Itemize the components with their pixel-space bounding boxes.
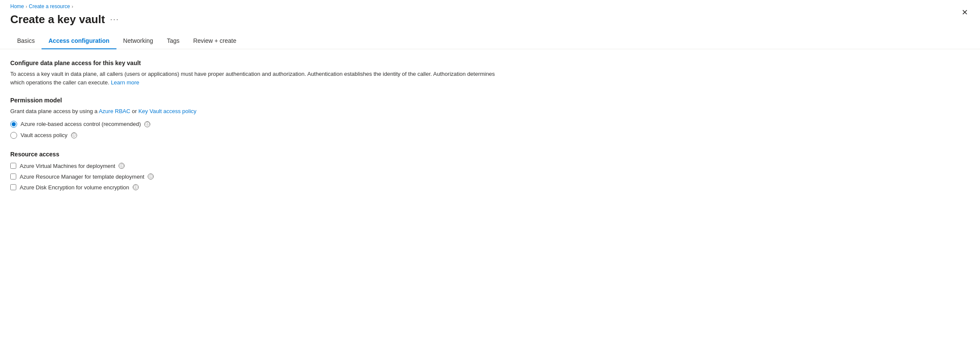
permission-model-title: Permission model [10, 97, 503, 104]
arm-deployment-info-icon[interactable]: ⓘ [148, 173, 154, 179]
resource-access-title: Resource access [10, 151, 503, 158]
radio-item-rbac: Azure role-based access control (recomme… [10, 121, 503, 128]
breadcrumb-separator-1: › [26, 4, 27, 9]
content-area: Configure data plane access for this key… [0, 49, 514, 201]
tabs-container: Basics Access configuration Networking T… [0, 33, 980, 49]
tab-networking[interactable]: Networking [116, 33, 160, 49]
tab-tags[interactable]: Tags [160, 33, 187, 49]
tab-review-create[interactable]: Review + create [186, 33, 243, 49]
breadcrumb-separator-2: › [71, 4, 73, 9]
header-more-options[interactable]: ··· [110, 15, 119, 24]
radio-rbac[interactable] [10, 121, 17, 128]
breadcrumb: Home › Create a resource › [0, 0, 980, 11]
checkbox-item-disk: Azure Disk Encryption for volume encrypt… [10, 184, 503, 191]
checkbox-disk-label: Azure Disk Encryption for volume encrypt… [20, 184, 129, 191]
page-header: Create a key vault ··· [0, 11, 980, 33]
permission-model-description: Grant data plane access by using a Azure… [10, 107, 503, 116]
configure-learn-more-link[interactable]: Learn more [111, 79, 139, 86]
checkbox-disk-encryption[interactable] [10, 184, 16, 190]
rbac-info-icon[interactable]: ⓘ [144, 121, 150, 127]
permission-model-section: Permission model Grant data plane access… [10, 97, 503, 139]
key-vault-policy-link[interactable]: Key Vault access policy [138, 108, 197, 114]
close-button[interactable]: ✕ [960, 7, 970, 18]
tab-basics[interactable]: Basics [10, 33, 42, 49]
disk-encryption-info-icon[interactable]: ⓘ [133, 184, 139, 190]
checkbox-arm-deployment[interactable] [10, 173, 16, 179]
configure-title: Configure data plane access for this key… [10, 60, 503, 66]
radio-item-vault-policy: Vault access policy ⓘ [10, 132, 503, 139]
vm-deployment-info-icon[interactable]: ⓘ [119, 163, 125, 169]
checkbox-vm-label: Azure Virtual Machines for deployment [20, 163, 115, 169]
page-title: Create a key vault [10, 13, 105, 26]
page-container: Home › Create a resource › Create a key … [0, 0, 980, 341]
vault-policy-info-icon[interactable]: ⓘ [71, 132, 77, 138]
permission-model-radio-group: Azure role-based access control (recomme… [10, 121, 503, 139]
azure-rbac-link[interactable]: Azure RBAC [99, 108, 131, 114]
resource-access-checkbox-group: Azure Virtual Machines for deployment ⓘ … [10, 163, 503, 191]
checkbox-item-vm: Azure Virtual Machines for deployment ⓘ [10, 163, 503, 169]
configure-description: To access a key vault in data plane, all… [10, 70, 503, 87]
checkbox-arm-label: Azure Resource Manager for template depl… [20, 173, 144, 180]
breadcrumb-home-link[interactable]: Home [10, 3, 24, 9]
configure-section: Configure data plane access for this key… [10, 60, 503, 87]
tab-access-configuration[interactable]: Access configuration [42, 33, 116, 49]
radio-rbac-label: Azure role-based access control (recomme… [21, 121, 141, 127]
checkbox-item-arm: Azure Resource Manager for template depl… [10, 173, 503, 180]
radio-vault-policy-label: Vault access policy [21, 132, 68, 138]
breadcrumb-create-resource-link[interactable]: Create a resource [29, 3, 70, 9]
resource-access-section: Resource access Azure Virtual Machines f… [10, 151, 503, 191]
radio-vault-policy[interactable] [10, 132, 17, 139]
checkbox-vm-deployment[interactable] [10, 163, 16, 169]
